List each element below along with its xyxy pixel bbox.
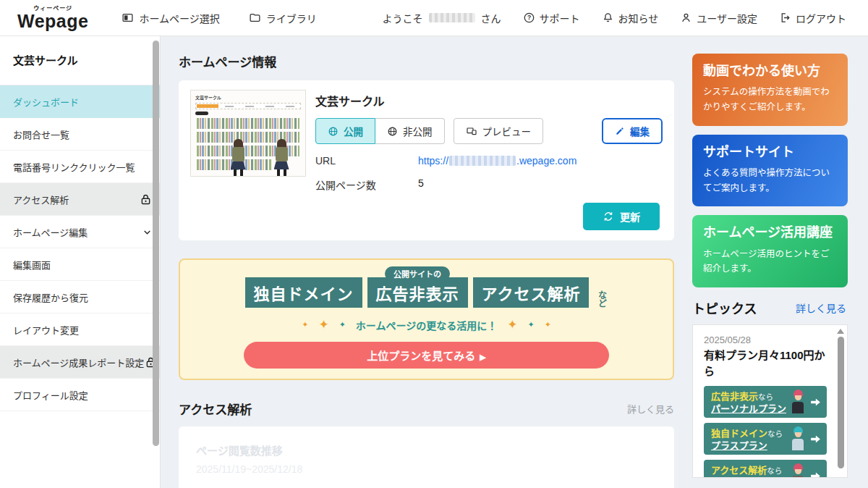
arrow-right-icon	[809, 433, 822, 445]
homepage-select-icon	[122, 12, 134, 24]
sidebar-scrollbar[interactable]	[153, 41, 159, 446]
sidebar-item-inquiries[interactable]: お問合せ一覧	[0, 118, 160, 151]
url-row: URL https:// .wepage.com	[315, 155, 663, 167]
sidebar-item-phone-link-clicks[interactable]: 電話番号リンククリック一覧	[0, 151, 160, 183]
character-illustration	[789, 426, 807, 451]
arrow-right-icon	[809, 396, 822, 408]
svg-text:?: ?	[527, 14, 530, 21]
site-url-link[interactable]: https:// .wepage.com	[418, 155, 576, 167]
pages-count-label: 公開ページ数	[315, 177, 418, 192]
globe-icon	[387, 126, 398, 137]
character-illustration	[789, 463, 807, 478]
pages-count-value: 5	[418, 177, 424, 192]
topics-more-link[interactable]: 詳しく見る	[796, 300, 846, 315]
sparkle-icon: ✦	[318, 317, 328, 332]
library-illustration	[195, 118, 301, 177]
bell-icon	[602, 12, 614, 24]
wepage-logo[interactable]: ウィーページ Wepage	[17, 6, 88, 30]
view-upper-plans-button[interactable]: 上位プランを見てみる▶	[244, 342, 609, 369]
redacted-username	[429, 13, 475, 22]
sidebar-item-profile-settings[interactable]: プロフィール設定	[0, 379, 160, 411]
publish-button[interactable]: 公開	[315, 118, 375, 144]
topics-scrollbar[interactable]	[837, 329, 844, 477]
unpublish-button[interactable]: 非公開	[375, 118, 445, 144]
sidebar-item-dashboard[interactable]: ダッシュボード	[0, 85, 160, 118]
main-content: ホームページ情報 文芸サークル	[161, 36, 684, 488]
nav-homepage-select[interactable]: ホームページ選択	[122, 11, 219, 25]
character-illustration	[227, 139, 249, 177]
feature-access-analytics: アクセス解析	[473, 277, 590, 308]
globe-icon	[328, 126, 339, 137]
sidebar-item-edit-screen[interactable]: 編集画面	[0, 248, 160, 281]
support-menu[interactable]: ? サポート	[523, 11, 580, 25]
character-illustration	[789, 390, 807, 414]
wepage-dashboard: ウィーページ Wepage ホームページ選択 ライブラリ ようこそ さん	[0, 0, 868, 488]
analytics-card: ページ閲覧数推移 2025/11/19~2025/12/18 直近１ヶ月間 0件…	[179, 426, 674, 488]
sparkle-icon: ✦	[339, 320, 346, 329]
sparkle-icon: ✦	[507, 317, 517, 332]
site-info-card: 文芸サークル	[179, 80, 674, 240]
header-right: ようこそ さん ? サポート お知らせ ユーザー設定	[383, 11, 846, 25]
notifications-menu[interactable]: お知らせ	[602, 11, 659, 25]
sidebar-item-report-settings[interactable]: ホームページ成果レポート設定	[0, 346, 160, 379]
etc-label: など	[595, 290, 608, 308]
plan-banner-plus-analytics[interactable]: アクセス解析なら プラスプラン	[704, 460, 827, 478]
sidebar-item-access-analytics[interactable]: アクセス解析	[0, 183, 160, 216]
edit-button[interactable]: 編集	[602, 118, 663, 144]
logo-text: Wepage	[17, 12, 88, 30]
preview-button[interactable]: プレビュー	[454, 118, 544, 144]
homepage-course-card[interactable]: ホームページ活用講座 ホームページ活用のヒントをご紹介します。	[692, 215, 848, 287]
arrow-right-icon: ▶	[480, 353, 485, 361]
page-title: ホームページ情報	[179, 52, 674, 70]
sidebar-site-name: 文芸サークル	[0, 36, 160, 85]
feature-tag: 公開サイトの	[385, 266, 450, 281]
url-label: URL	[315, 155, 418, 167]
topic-date: 2025/05/28	[704, 335, 827, 345]
character-illustration	[271, 139, 292, 177]
sidebar: 文芸サークル ダッシュボード お問合せ一覧 電話番号リンククリック一覧 アクセス…	[0, 36, 161, 488]
scroll-up-arrow-icon[interactable]	[837, 329, 844, 334]
feature-custom-domain: 独自ドメイン	[245, 277, 362, 308]
topic-headline: 有料プラン月々1100円から	[704, 348, 827, 379]
banner-tagline: ホームページの更なる活用に！	[356, 318, 497, 332]
update-button[interactable]: 更新	[583, 203, 660, 230]
folder-icon	[249, 12, 261, 24]
pencil-icon	[615, 126, 625, 136]
nav-library[interactable]: ライブラリ	[249, 11, 317, 25]
sparkle-icon: ✦	[545, 320, 551, 329]
pages-count-row: 公開ページ数 5	[315, 177, 663, 192]
logout-menu[interactable]: ログアウト	[779, 11, 846, 25]
sidebar-item-layout-change[interactable]: レイアウト変更	[0, 314, 160, 346]
sparkle-icon: ✦	[302, 320, 308, 329]
sidebar-item-homepage-edit[interactable]: ホームページ編集	[0, 216, 160, 248]
sidebar-item-restore-history[interactable]: 保存履歴から復元	[0, 281, 160, 314]
analytics-more-link[interactable]: 詳しく見る	[627, 402, 674, 416]
main-nav: ホームページ選択 ライブラリ	[122, 11, 316, 25]
thumbnail-site-title: 文芸サークル	[195, 94, 301, 101]
site-thumbnail: 文芸サークル	[190, 90, 306, 177]
site-name: 文芸サークル	[315, 92, 663, 109]
arrow-right-icon	[809, 470, 822, 478]
question-circle-icon: ?	[523, 12, 535, 24]
user-settings-menu[interactable]: ユーザー設定	[680, 11, 757, 25]
refresh-icon	[603, 211, 614, 222]
plan-banner-personal[interactable]: 広告非表示なら パーソナルプラン	[704, 386, 827, 418]
right-column: 動画でわかる使い方 システムの操作方法を動画でわかりやすくご紹介します。 サポー…	[684, 36, 868, 488]
welcome-message: ようこそ さん	[383, 11, 501, 25]
sparkle-icon: ✦	[527, 320, 534, 329]
person-icon	[680, 12, 692, 24]
lock-icon	[139, 193, 153, 206]
chart-title: ページ閲覧数推移	[196, 442, 657, 458]
video-guide-card[interactable]: 動画でわかる使い方 システムの操作方法を動画でわかりやすくご紹介します。	[692, 54, 848, 126]
support-site-card[interactable]: サポートサイト よくある質問や操作方法についてご案内します。	[692, 135, 848, 207]
chevron-down-icon	[142, 227, 153, 237]
upgrade-promo-banner[interactable]: 独自ドメイン 公開サイトの 広告非表示 アクセス解析 など ✦ ✦ ✦ ホームペ…	[179, 258, 674, 380]
logout-icon	[779, 12, 791, 24]
publish-toggle: 公開 非公開	[315, 118, 445, 144]
feature-ad-free: 広告非表示	[367, 277, 468, 308]
preview-icon	[466, 125, 477, 137]
chart-date-range: 2025/11/19~2025/12/18	[196, 463, 657, 475]
top-navbar: ウィーページ Wepage ホームページ選択 ライブラリ ようこそ さん	[0, 0, 868, 36]
topics-title: トピックス	[692, 298, 757, 317]
plan-banner-plus-domain[interactable]: 独自ドメインなら プラスプラン	[704, 423, 827, 455]
